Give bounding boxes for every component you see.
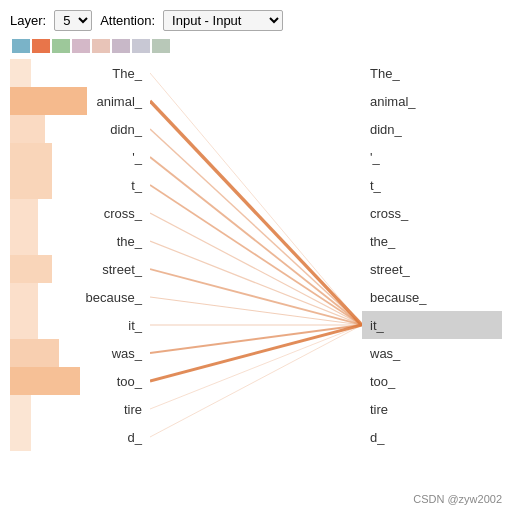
left-token-item: street_ xyxy=(10,255,150,283)
left-token-item: tire xyxy=(10,395,150,423)
token-label: it_ xyxy=(128,318,142,333)
attention-area: The_animal_didn_'_t_cross_the_street_bec… xyxy=(10,59,502,451)
color-legend xyxy=(12,39,502,53)
token-label: t_ xyxy=(370,178,381,193)
layer-select[interactable]: 5 xyxy=(54,10,92,31)
token-label: street_ xyxy=(102,262,142,277)
token-label: tire xyxy=(124,402,142,417)
token-label: cross_ xyxy=(370,206,408,221)
right-token-item: was_ xyxy=(362,339,502,367)
right-token-item: cross_ xyxy=(362,199,502,227)
token-label: '_ xyxy=(370,150,380,165)
left-token-item: it_ xyxy=(10,311,150,339)
left-token-item: t_ xyxy=(10,171,150,199)
right-token-item: '_ xyxy=(362,143,502,171)
layer-label: Layer: xyxy=(10,13,46,28)
token-bg xyxy=(10,311,38,339)
svg-line-1 xyxy=(150,101,362,325)
svg-line-11 xyxy=(150,325,362,381)
lines-canvas xyxy=(150,59,362,451)
token-bg xyxy=(10,59,31,87)
left-token-item: The_ xyxy=(10,59,150,87)
left-token-item: animal_ xyxy=(10,87,150,115)
right-token-item: the_ xyxy=(362,227,502,255)
token-label: t_ xyxy=(131,178,142,193)
right-token-list: The_animal_didn_'_t_cross_the_street_bec… xyxy=(362,59,502,451)
token-bg xyxy=(10,171,52,199)
left-token-item: cross_ xyxy=(10,199,150,227)
right-token-item: animal_ xyxy=(362,87,502,115)
svg-line-8 xyxy=(150,297,362,325)
token-bg xyxy=(10,283,38,311)
color-box xyxy=(152,39,170,53)
color-box xyxy=(112,39,130,53)
svg-line-3 xyxy=(150,157,362,325)
token-bg xyxy=(10,395,31,423)
token-label: animal_ xyxy=(370,94,416,109)
svg-line-5 xyxy=(150,213,362,325)
svg-line-0 xyxy=(150,73,362,325)
token-label: was_ xyxy=(112,346,142,361)
token-label: the_ xyxy=(370,234,395,249)
token-label: too_ xyxy=(370,374,395,389)
svg-line-13 xyxy=(150,325,362,437)
token-label: it_ xyxy=(370,318,384,333)
token-label: because_ xyxy=(370,290,426,305)
right-token-item: street_ xyxy=(362,255,502,283)
main-container: Layer: 5 Attention: Input - InputInput -… xyxy=(0,0,512,513)
right-token-item: because_ xyxy=(362,283,502,311)
color-box xyxy=(92,39,110,53)
token-label: was_ xyxy=(370,346,400,361)
token-label: The_ xyxy=(112,66,142,81)
token-bg xyxy=(10,227,38,255)
token-bg xyxy=(10,423,31,451)
left-token-item: too_ xyxy=(10,367,150,395)
svg-line-12 xyxy=(150,325,362,409)
token-label: d_ xyxy=(128,430,142,445)
left-token-item: didn_ xyxy=(10,115,150,143)
token-bg xyxy=(10,367,80,395)
right-token-item: it_ xyxy=(362,311,502,339)
left-token-item: the_ xyxy=(10,227,150,255)
color-box xyxy=(72,39,90,53)
token-label: d_ xyxy=(370,430,384,445)
attention-label: Attention: xyxy=(100,13,155,28)
svg-line-4 xyxy=(150,185,362,325)
svg-line-2 xyxy=(150,129,362,325)
token-label: The_ xyxy=(370,66,400,81)
color-box xyxy=(132,39,150,53)
right-token-item: t_ xyxy=(362,171,502,199)
left-token-item: d_ xyxy=(10,423,150,451)
token-label: tire xyxy=(370,402,388,417)
color-box xyxy=(52,39,70,53)
token-bg xyxy=(10,255,52,283)
token-label: cross_ xyxy=(104,206,142,221)
svg-line-6 xyxy=(150,241,362,325)
token-label: too_ xyxy=(117,374,142,389)
attention-select[interactable]: Input - InputInput - OutputOutput - Inpu… xyxy=(163,10,283,31)
color-box xyxy=(12,39,30,53)
right-token-item: tire xyxy=(362,395,502,423)
token-bg xyxy=(10,87,87,115)
controls-bar: Layer: 5 Attention: Input - InputInput -… xyxy=(10,10,502,31)
token-label: street_ xyxy=(370,262,410,277)
token-label: didn_ xyxy=(370,122,402,137)
right-token-item: too_ xyxy=(362,367,502,395)
token-label: the_ xyxy=(117,234,142,249)
left-token-item: because_ xyxy=(10,283,150,311)
svg-line-10 xyxy=(150,325,362,353)
token-label: animal_ xyxy=(96,94,142,109)
token-label: didn_ xyxy=(110,122,142,137)
token-label: because_ xyxy=(86,290,142,305)
token-bg xyxy=(10,339,59,367)
right-token-item: d_ xyxy=(362,423,502,451)
left-token-item: '_ xyxy=(10,143,150,171)
color-box xyxy=(32,39,50,53)
watermark: CSDN @zyw2002 xyxy=(413,493,502,505)
token-bg xyxy=(10,143,52,171)
right-token-item: didn_ xyxy=(362,115,502,143)
token-bg xyxy=(10,115,45,143)
token-bg xyxy=(10,199,38,227)
right-token-item: The_ xyxy=(362,59,502,87)
left-token-item: was_ xyxy=(10,339,150,367)
